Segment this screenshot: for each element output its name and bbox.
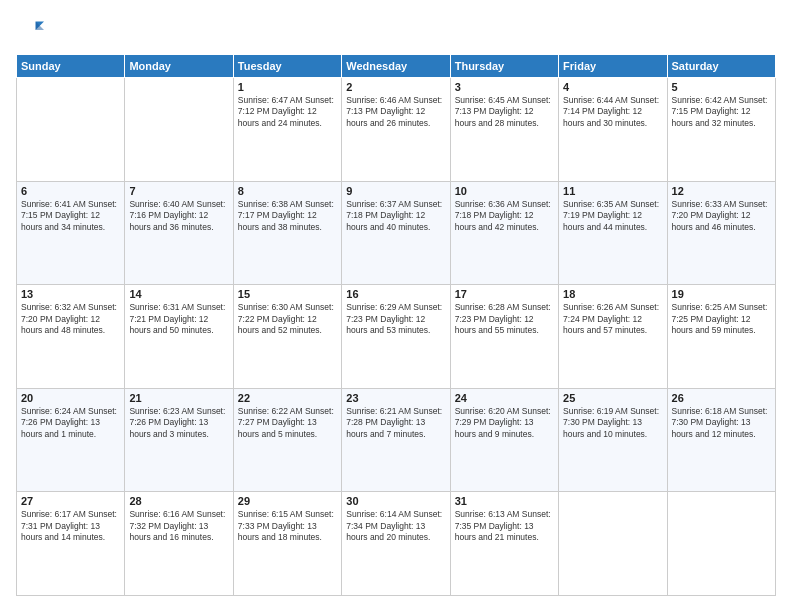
day-number: 5 — [672, 81, 771, 93]
day-number: 24 — [455, 392, 554, 404]
day-number: 13 — [21, 288, 120, 300]
day-number: 6 — [21, 185, 120, 197]
day-number: 22 — [238, 392, 337, 404]
day-info: Sunrise: 6:15 AM Sunset: 7:33 PM Dayligh… — [238, 509, 337, 543]
calendar-cell: 9Sunrise: 6:37 AM Sunset: 7:18 PM Daylig… — [342, 181, 450, 285]
day-info: Sunrise: 6:42 AM Sunset: 7:15 PM Dayligh… — [672, 95, 771, 129]
calendar-cell: 12Sunrise: 6:33 AM Sunset: 7:20 PM Dayli… — [667, 181, 775, 285]
day-info: Sunrise: 6:41 AM Sunset: 7:15 PM Dayligh… — [21, 199, 120, 233]
day-info: Sunrise: 6:46 AM Sunset: 7:13 PM Dayligh… — [346, 95, 445, 129]
day-info: Sunrise: 6:44 AM Sunset: 7:14 PM Dayligh… — [563, 95, 662, 129]
calendar-cell: 31Sunrise: 6:13 AM Sunset: 7:35 PM Dayli… — [450, 492, 558, 596]
calendar-header: SundayMondayTuesdayWednesdayThursdayFrid… — [17, 55, 776, 78]
calendar-table: SundayMondayTuesdayWednesdayThursdayFrid… — [16, 54, 776, 596]
calendar-cell — [667, 492, 775, 596]
calendar-cell: 18Sunrise: 6:26 AM Sunset: 7:24 PM Dayli… — [559, 285, 667, 389]
day-number: 20 — [21, 392, 120, 404]
day-info: Sunrise: 6:47 AM Sunset: 7:12 PM Dayligh… — [238, 95, 337, 129]
calendar-cell: 3Sunrise: 6:45 AM Sunset: 7:13 PM Daylig… — [450, 78, 558, 182]
day-info: Sunrise: 6:31 AM Sunset: 7:21 PM Dayligh… — [129, 302, 228, 336]
calendar-cell: 4Sunrise: 6:44 AM Sunset: 7:14 PM Daylig… — [559, 78, 667, 182]
day-info: Sunrise: 6:26 AM Sunset: 7:24 PM Dayligh… — [563, 302, 662, 336]
calendar-cell: 6Sunrise: 6:41 AM Sunset: 7:15 PM Daylig… — [17, 181, 125, 285]
day-number: 2 — [346, 81, 445, 93]
day-info: Sunrise: 6:25 AM Sunset: 7:25 PM Dayligh… — [672, 302, 771, 336]
day-info: Sunrise: 6:21 AM Sunset: 7:28 PM Dayligh… — [346, 406, 445, 440]
logo-icon — [16, 16, 44, 44]
weekday-header-sunday: Sunday — [17, 55, 125, 78]
day-number: 14 — [129, 288, 228, 300]
calendar-cell: 15Sunrise: 6:30 AM Sunset: 7:22 PM Dayli… — [233, 285, 341, 389]
calendar-body: 1Sunrise: 6:47 AM Sunset: 7:12 PM Daylig… — [17, 78, 776, 596]
day-number: 30 — [346, 495, 445, 507]
day-info: Sunrise: 6:28 AM Sunset: 7:23 PM Dayligh… — [455, 302, 554, 336]
calendar-cell: 14Sunrise: 6:31 AM Sunset: 7:21 PM Dayli… — [125, 285, 233, 389]
calendar-week-row: 13Sunrise: 6:32 AM Sunset: 7:20 PM Dayli… — [17, 285, 776, 389]
day-number: 23 — [346, 392, 445, 404]
day-number: 4 — [563, 81, 662, 93]
calendar-cell: 2Sunrise: 6:46 AM Sunset: 7:13 PM Daylig… — [342, 78, 450, 182]
day-info: Sunrise: 6:36 AM Sunset: 7:18 PM Dayligh… — [455, 199, 554, 233]
calendar-cell — [17, 78, 125, 182]
calendar-cell: 28Sunrise: 6:16 AM Sunset: 7:32 PM Dayli… — [125, 492, 233, 596]
day-info: Sunrise: 6:37 AM Sunset: 7:18 PM Dayligh… — [346, 199, 445, 233]
weekday-header-monday: Monday — [125, 55, 233, 78]
calendar-week-row: 27Sunrise: 6:17 AM Sunset: 7:31 PM Dayli… — [17, 492, 776, 596]
calendar-cell — [125, 78, 233, 182]
logo — [16, 16, 48, 44]
day-number: 28 — [129, 495, 228, 507]
day-info: Sunrise: 6:29 AM Sunset: 7:23 PM Dayligh… — [346, 302, 445, 336]
day-info: Sunrise: 6:33 AM Sunset: 7:20 PM Dayligh… — [672, 199, 771, 233]
day-number: 7 — [129, 185, 228, 197]
calendar-cell: 24Sunrise: 6:20 AM Sunset: 7:29 PM Dayli… — [450, 388, 558, 492]
day-number: 11 — [563, 185, 662, 197]
day-info: Sunrise: 6:24 AM Sunset: 7:26 PM Dayligh… — [21, 406, 120, 440]
calendar-cell: 26Sunrise: 6:18 AM Sunset: 7:30 PM Dayli… — [667, 388, 775, 492]
calendar-cell: 11Sunrise: 6:35 AM Sunset: 7:19 PM Dayli… — [559, 181, 667, 285]
calendar-week-row: 20Sunrise: 6:24 AM Sunset: 7:26 PM Dayli… — [17, 388, 776, 492]
calendar-week-row: 6Sunrise: 6:41 AM Sunset: 7:15 PM Daylig… — [17, 181, 776, 285]
day-info: Sunrise: 6:13 AM Sunset: 7:35 PM Dayligh… — [455, 509, 554, 543]
calendar-cell: 27Sunrise: 6:17 AM Sunset: 7:31 PM Dayli… — [17, 492, 125, 596]
day-number: 17 — [455, 288, 554, 300]
day-info: Sunrise: 6:40 AM Sunset: 7:16 PM Dayligh… — [129, 199, 228, 233]
calendar-cell: 7Sunrise: 6:40 AM Sunset: 7:16 PM Daylig… — [125, 181, 233, 285]
weekday-header-thursday: Thursday — [450, 55, 558, 78]
day-number: 29 — [238, 495, 337, 507]
calendar-cell: 5Sunrise: 6:42 AM Sunset: 7:15 PM Daylig… — [667, 78, 775, 182]
day-info: Sunrise: 6:18 AM Sunset: 7:30 PM Dayligh… — [672, 406, 771, 440]
day-info: Sunrise: 6:22 AM Sunset: 7:27 PM Dayligh… — [238, 406, 337, 440]
weekday-header-friday: Friday — [559, 55, 667, 78]
day-info: Sunrise: 6:45 AM Sunset: 7:13 PM Dayligh… — [455, 95, 554, 129]
day-number: 3 — [455, 81, 554, 93]
calendar-cell: 20Sunrise: 6:24 AM Sunset: 7:26 PM Dayli… — [17, 388, 125, 492]
page: SundayMondayTuesdayWednesdayThursdayFrid… — [0, 0, 792, 612]
calendar-week-row: 1Sunrise: 6:47 AM Sunset: 7:12 PM Daylig… — [17, 78, 776, 182]
weekday-header-wednesday: Wednesday — [342, 55, 450, 78]
day-info: Sunrise: 6:19 AM Sunset: 7:30 PM Dayligh… — [563, 406, 662, 440]
calendar-cell: 22Sunrise: 6:22 AM Sunset: 7:27 PM Dayli… — [233, 388, 341, 492]
day-number: 1 — [238, 81, 337, 93]
day-number: 8 — [238, 185, 337, 197]
calendar-cell: 16Sunrise: 6:29 AM Sunset: 7:23 PM Dayli… — [342, 285, 450, 389]
calendar-cell: 25Sunrise: 6:19 AM Sunset: 7:30 PM Dayli… — [559, 388, 667, 492]
day-number: 12 — [672, 185, 771, 197]
day-number: 31 — [455, 495, 554, 507]
day-info: Sunrise: 6:14 AM Sunset: 7:34 PM Dayligh… — [346, 509, 445, 543]
calendar-cell — [559, 492, 667, 596]
day-info: Sunrise: 6:38 AM Sunset: 7:17 PM Dayligh… — [238, 199, 337, 233]
calendar-cell: 21Sunrise: 6:23 AM Sunset: 7:26 PM Dayli… — [125, 388, 233, 492]
day-info: Sunrise: 6:17 AM Sunset: 7:31 PM Dayligh… — [21, 509, 120, 543]
weekday-header-row: SundayMondayTuesdayWednesdayThursdayFrid… — [17, 55, 776, 78]
calendar-cell: 29Sunrise: 6:15 AM Sunset: 7:33 PM Dayli… — [233, 492, 341, 596]
weekday-header-tuesday: Tuesday — [233, 55, 341, 78]
calendar-cell: 10Sunrise: 6:36 AM Sunset: 7:18 PM Dayli… — [450, 181, 558, 285]
calendar-cell: 23Sunrise: 6:21 AM Sunset: 7:28 PM Dayli… — [342, 388, 450, 492]
day-number: 19 — [672, 288, 771, 300]
day-info: Sunrise: 6:23 AM Sunset: 7:26 PM Dayligh… — [129, 406, 228, 440]
day-number: 27 — [21, 495, 120, 507]
day-info: Sunrise: 6:16 AM Sunset: 7:32 PM Dayligh… — [129, 509, 228, 543]
calendar-cell: 19Sunrise: 6:25 AM Sunset: 7:25 PM Dayli… — [667, 285, 775, 389]
day-number: 15 — [238, 288, 337, 300]
day-info: Sunrise: 6:30 AM Sunset: 7:22 PM Dayligh… — [238, 302, 337, 336]
